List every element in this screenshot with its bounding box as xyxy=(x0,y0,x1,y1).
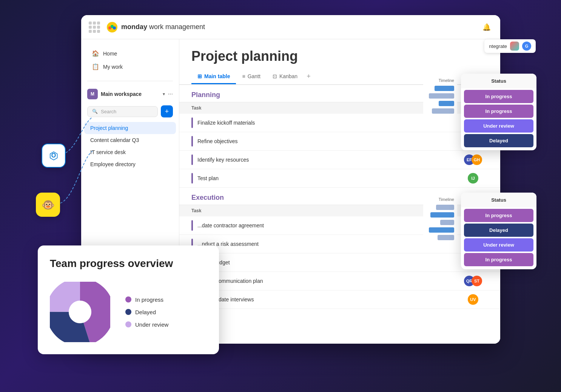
chart-legend: In progress Delayed Under review xyxy=(125,296,168,328)
task-cell: Refine objectives xyxy=(197,138,458,144)
integrate-bar[interactable]: ntegrate G xyxy=(484,39,536,53)
search-icon: 🔍 xyxy=(92,109,98,114)
logo-text: monday work management xyxy=(121,23,205,31)
svg-point-6 xyxy=(57,289,103,335)
legend-label-under-review: Under review xyxy=(135,321,168,328)
table-row: ...nitor budget OP xyxy=(179,253,500,272)
timeline-panel-2: Timeline xyxy=(423,193,457,247)
add-tab-button[interactable]: + xyxy=(304,69,314,84)
task-cell: ...velop communication plan xyxy=(197,278,458,284)
table-row: ...velop communication plan QR ST xyxy=(179,272,500,290)
sidebar-item-employee-dir-label: Employee directory xyxy=(90,161,136,167)
search-box[interactable]: 🔍 Search xyxy=(87,106,158,117)
main-table-tab-icon: ⊞ xyxy=(197,73,202,79)
task-cell: ...nduct a risk assessment xyxy=(197,241,458,247)
search-placeholder-label: Search xyxy=(101,109,116,114)
avatar: ST xyxy=(472,276,482,286)
status-badge-in-progress-4: In progress xyxy=(464,253,533,266)
sidebar-item-project-planning-label: Project planning xyxy=(90,125,128,131)
owner-cell: EF GH xyxy=(458,154,488,165)
kanban-tab-label: Kanban xyxy=(279,73,297,79)
progress-card-body: In progress Delayed Under review xyxy=(50,282,207,342)
task-cell: ...nitor budget xyxy=(197,259,458,265)
task-column-header: Task xyxy=(191,105,458,111)
topbar: monday work management 🔔 xyxy=(81,15,500,39)
progress-card-title: Team progress overview xyxy=(50,258,207,270)
status-panel-1-header: Status xyxy=(461,74,536,88)
task-column-header: Task xyxy=(191,208,458,213)
mailchimp-integration-icon[interactable]: 🐵 xyxy=(36,193,60,217)
table-row: Test plan IJ xyxy=(179,169,500,188)
row-indicator xyxy=(191,173,193,184)
workspace-name-label: Main workspace xyxy=(101,91,160,97)
sidebar-nav-mywork-label: My work xyxy=(103,64,123,70)
timeline-bar xyxy=(429,227,454,233)
legend-label-in-progress: In progress xyxy=(135,296,163,303)
legend-dot-in-progress xyxy=(125,296,131,302)
sidebar-item-my-work[interactable]: 📋 My work xyxy=(87,60,173,73)
table-row: Refine objectives AB CD xyxy=(179,132,500,151)
more-options-icon[interactable]: ··· xyxy=(168,91,173,97)
sidebar-item-project-planning[interactable]: Project planning xyxy=(84,122,176,134)
timeline-bar xyxy=(439,101,454,106)
notification-bell-icon[interactable]: 🔔 xyxy=(481,21,493,33)
timeline-bar xyxy=(438,235,454,240)
task-cell: Finalize kickoff materials xyxy=(197,120,458,126)
row-indicator xyxy=(191,117,193,128)
sidebar-item-it-service[interactable]: IT service desk xyxy=(84,146,176,158)
search-area: 🔍 Search + xyxy=(81,102,179,120)
status-panel-2: Status In progress Delayed Under review … xyxy=(461,193,536,269)
task-cell: Identify key resources xyxy=(197,157,458,163)
add-board-button[interactable]: + xyxy=(161,105,173,117)
status-badge-in-progress-1: In progress xyxy=(464,90,533,103)
legend-item-under-review: Under review xyxy=(125,321,168,328)
status-badge-in-progress-3: In progress xyxy=(464,209,533,222)
status-panel-1: Status In progress In progress Under rev… xyxy=(461,74,536,150)
status-badge-under-review-1: Under review xyxy=(464,119,533,133)
sidebar-item-employee-dir[interactable]: Employee directory xyxy=(84,158,176,170)
status-badge-delayed-2: Delayed xyxy=(464,224,533,237)
workspace-avatar: M xyxy=(87,89,98,99)
avatar: UV xyxy=(468,294,478,305)
status-badge-under-review-2: Under review xyxy=(464,238,533,252)
avatar: IJ xyxy=(468,173,478,184)
kanban-tab-icon: ⊡ xyxy=(273,73,277,79)
status-panel-2-header: Status xyxy=(461,193,536,207)
row-indicator xyxy=(191,220,193,231)
home-icon: 🏠 xyxy=(92,50,99,57)
grid-dots-icon xyxy=(89,22,100,33)
main-table-tab-label: Main table xyxy=(204,73,230,79)
sidebar-nav: 🏠 Home 📋 My work xyxy=(81,47,179,73)
timeline-label-2: Timeline xyxy=(426,197,454,202)
table-row: ...v candidate interviews UV xyxy=(179,290,500,309)
gantt-tab-label: Gantt xyxy=(248,73,260,79)
sidebar-item-home[interactable]: 🏠 Home xyxy=(87,47,173,60)
integrate-app-icon-1 xyxy=(510,42,519,51)
legend-item-delayed: Delayed xyxy=(125,309,168,315)
tab-main-table[interactable]: ⊞ Main table xyxy=(191,69,236,84)
pie-chart xyxy=(50,282,110,342)
outlook-integration-icon[interactable]: ⬡ O xyxy=(42,144,66,168)
task-cell: ...date contractor agreement xyxy=(197,222,458,228)
task-cell: Test plan xyxy=(197,175,458,181)
sidebar-item-content-calendar-label: Content calendar Q3 xyxy=(90,137,139,143)
logo: monday work management xyxy=(106,21,205,33)
owner-cell: QR ST xyxy=(458,276,488,286)
timeline-bar xyxy=(436,205,454,210)
row-indicator xyxy=(191,136,193,147)
timeline-bar xyxy=(432,108,454,114)
monday-logo-icon xyxy=(106,21,118,33)
team-progress-card: Team progress overview In progress Delay… xyxy=(38,245,219,354)
page-title: Project planning xyxy=(179,39,500,64)
sidebar-divider xyxy=(87,81,173,81)
workspace-header[interactable]: M Main workspace ▾ ··· xyxy=(81,86,179,102)
avatar: GH xyxy=(472,154,482,165)
status-badge-in-progress-2: In progress xyxy=(464,105,533,118)
tab-gantt[interactable]: ≡ Gantt xyxy=(236,69,266,84)
sidebar-item-it-service-label: IT service desk xyxy=(90,149,126,155)
sidebar-item-content-calendar[interactable]: Content calendar Q3 xyxy=(84,134,176,146)
tab-kanban[interactable]: ⊡ Kanban xyxy=(267,69,304,84)
timeline-bar xyxy=(435,86,454,91)
gantt-tab-icon: ≡ xyxy=(242,73,245,79)
timeline-panel-1: Timeline xyxy=(423,74,457,120)
